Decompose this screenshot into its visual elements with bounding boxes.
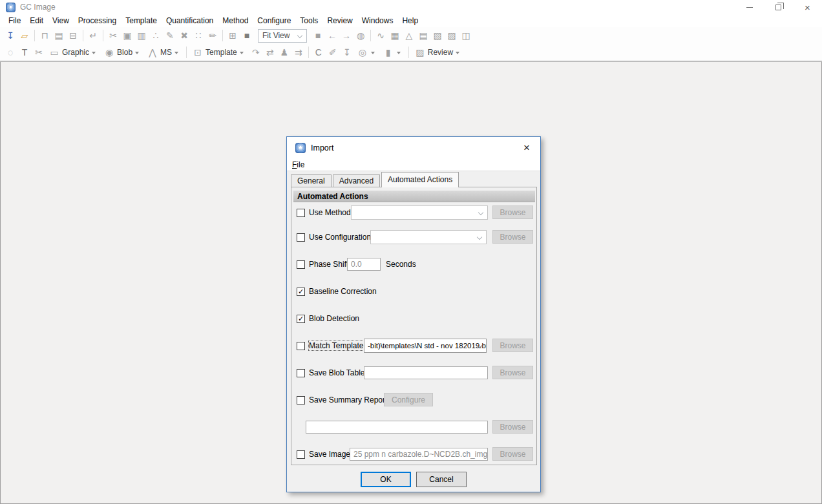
cycle-icon[interactable]: C [312, 46, 325, 59]
save-blob-table-checkbox[interactable] [297, 369, 305, 377]
template-copy-icon[interactable]: ↷ [249, 46, 262, 59]
phase-shift-checkbox[interactable] [297, 260, 305, 269]
template-edit-icon[interactable]: ⇄ [264, 46, 277, 59]
data-table-icon[interactable]: ▦ [388, 29, 401, 42]
cylinder-dropdown[interactable]: ▮ [381, 46, 405, 59]
drop-to-line-icon[interactable]: ↧ [341, 46, 353, 59]
print-icon[interactable]: ⊟ [67, 29, 79, 42]
template-table-icon[interactable]: ▧ [431, 29, 444, 42]
dialog-tabs: General Advanced Automated Actions [291, 172, 459, 187]
dialog-close-button[interactable]: × [520, 141, 534, 155]
tab-automated-actions[interactable]: Automated Actions [381, 172, 459, 187]
tab-advanced[interactable]: Advanced [333, 174, 380, 187]
back-arrow-icon[interactable]: ← [326, 29, 339, 42]
dialog-menu-file[interactable]: File [292, 160, 304, 169]
save-summary-report-checkbox[interactable] [297, 396, 305, 404]
edit-pen-icon[interactable]: ✎ [163, 29, 176, 42]
close-button[interactable]: × [793, 0, 822, 14]
menu-processing[interactable]: Processing [74, 15, 121, 26]
ms-dropdown[interactable]: ⋀ MS [145, 46, 182, 59]
menu-quantification[interactable]: Quantification [162, 15, 218, 26]
template-apply-icon[interactable]: ⇉ [292, 46, 305, 59]
use-configuration-checkbox[interactable] [297, 233, 305, 242]
stop-icon[interactable]: ■ [311, 29, 324, 42]
save-image-checkbox[interactable] [297, 450, 305, 459]
blob-dropdown[interactable]: ◉ Blob [102, 46, 143, 59]
template-label: Template [206, 48, 237, 57]
match-template-browse-button[interactable]: Browse [492, 339, 533, 352]
target-dropdown[interactable]: ◎ [355, 46, 379, 59]
minimize-button[interactable] [735, 0, 764, 14]
use-configuration-combobox[interactable] [370, 230, 487, 244]
menu-tools[interactable]: Tools [295, 15, 322, 26]
match-template-checkbox[interactable] [297, 342, 305, 350]
use-configuration-browse-button[interactable]: Browse [492, 230, 533, 244]
forward-arrow-icon[interactable]: → [340, 29, 353, 42]
save-blob-table-input[interactable] [364, 366, 488, 379]
cancel-button[interactable]: Cancel [416, 472, 467, 487]
use-method-combobox[interactable] [351, 205, 488, 220]
menu-template[interactable]: Template [121, 15, 162, 26]
match-template-combobox[interactable]: -bit)\templates\N std - nov 182019.bt [364, 339, 487, 353]
merge-blobs-icon[interactable]: ∴ [149, 29, 162, 42]
use-method-label: Use Method [309, 208, 351, 217]
open-folder-icon[interactable]: ▱ [18, 29, 31, 42]
zoom-region-icon[interactable]: ◍ [354, 29, 367, 42]
baseline-correction-label: Baseline Correction [309, 287, 377, 296]
graphic-cut-icon[interactable]: ✂ [32, 46, 45, 59]
template-stamp-icon[interactable]: ♟ [278, 46, 291, 59]
review-icon: ▨ [414, 46, 427, 59]
cut-icon[interactable]: ✂ [107, 29, 120, 42]
menu-edit[interactable]: Edit [25, 15, 48, 26]
delete-icon[interactable]: ✖ [178, 29, 191, 42]
draw-pens-icon[interactable]: ✏ [206, 29, 219, 42]
phase-shift-input[interactable]: 0.0 [347, 258, 381, 271]
menu-configure[interactable]: Configure [253, 15, 295, 26]
menu-windows[interactable]: Windows [357, 15, 398, 26]
image-square-icon[interactable]: ■ [240, 29, 253, 42]
save-image-input[interactable]: 25 ppm n carbazole.D~NCD2B.ch_img01.gci [350, 448, 488, 461]
compare-pen-icon[interactable]: ✐ [326, 46, 339, 59]
restore-button[interactable] [764, 0, 793, 14]
unlock-icon[interactable]: ⊓ [38, 29, 51, 42]
graphic-dropdown[interactable]: ▭ Graphic [47, 46, 100, 59]
book-icon[interactable]: ◫ [459, 29, 472, 42]
menu-view[interactable]: View [48, 15, 74, 26]
configure-button[interactable]: Configure [384, 393, 433, 406]
report-table-icon[interactable]: ▨ [445, 29, 458, 42]
template-dropdown[interactable]: ⊡ Template [191, 46, 248, 59]
calculator-icon[interactable]: ⊞ [226, 29, 239, 42]
paste-icon[interactable]: ▥ [135, 29, 148, 42]
menu-review[interactable]: Review [322, 15, 357, 26]
fit-view-combobox[interactable]: Fit View [258, 29, 307, 43]
separator [308, 47, 309, 58]
restore-icon [775, 5, 781, 10]
blob-detection-checkbox[interactable]: ✓ [297, 315, 305, 323]
baseline-correction-checkbox[interactable]: ✓ [297, 288, 305, 296]
report-output-browse-button[interactable]: Browse [492, 420, 533, 434]
use-method-checkbox[interactable] [297, 209, 305, 217]
menu-help[interactable]: Help [397, 15, 423, 26]
caret-down-icon [397, 52, 401, 54]
save-icon[interactable]: ▤ [52, 29, 65, 42]
separator [34, 30, 35, 41]
apply-icon[interactable]: ↵ [87, 29, 100, 42]
menu-file[interactable]: File [4, 15, 25, 26]
review-dropdown[interactable]: ▨ Review [413, 46, 463, 59]
delete-multiple-icon[interactable]: ∷ [192, 29, 205, 42]
save-image-browse-button[interactable]: Browse [492, 447, 533, 461]
report-output-input[interactable] [306, 421, 488, 434]
save-blob-table-browse-button[interactable]: Browse [492, 366, 533, 379]
magnifier-icon[interactable]: ◌ [4, 46, 17, 59]
chart-icon[interactable]: ∿ [374, 29, 387, 42]
import-image-icon[interactable]: ↧ [4, 29, 17, 42]
copy-icon[interactable]: ▣ [121, 29, 134, 42]
view-3d-icon[interactable]: △ [403, 29, 416, 42]
tab-general[interactable]: General [291, 174, 332, 187]
caret-down-icon [371, 52, 375, 54]
blob-table-icon[interactable]: ▤ [417, 29, 430, 42]
use-method-browse-button[interactable]: Browse [492, 205, 533, 219]
menu-method[interactable]: Method [218, 15, 253, 26]
ok-button[interactable]: OK [361, 472, 411, 487]
text-tool-icon[interactable]: T [18, 46, 31, 59]
